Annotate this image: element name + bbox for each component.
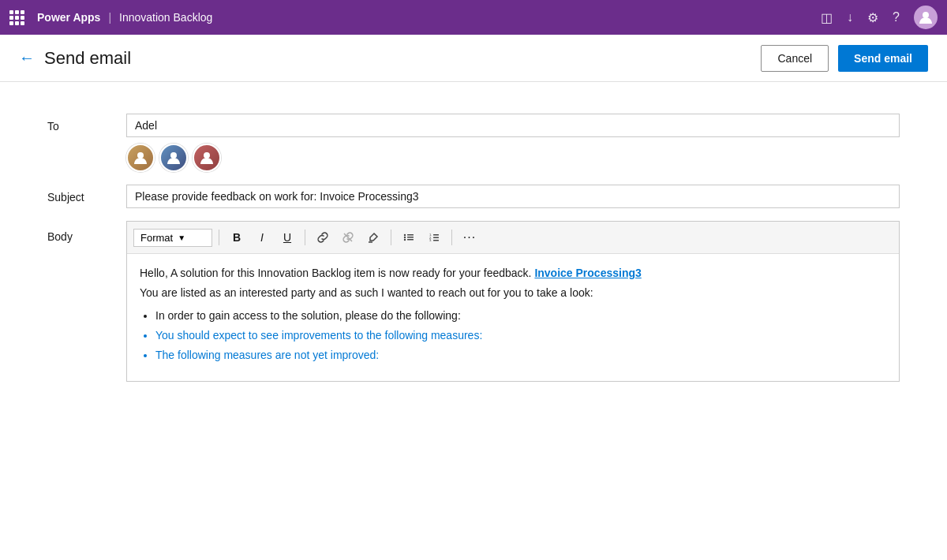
unlink-button[interactable] bbox=[337, 226, 359, 248]
avatar-3 bbox=[193, 144, 221, 172]
page-header: ← Send email Cancel Send email bbox=[0, 35, 947, 82]
link-icon bbox=[317, 232, 328, 243]
page-header-right: Cancel Send email bbox=[761, 45, 928, 72]
italic-button[interactable]: I bbox=[251, 226, 273, 248]
page-title: Send email bbox=[44, 48, 131, 69]
svg-rect-11 bbox=[407, 239, 414, 241]
svg-line-4 bbox=[344, 233, 352, 241]
topbar-left: Power Apps | Innovation Backlog bbox=[9, 10, 212, 25]
subject-input[interactable] bbox=[126, 185, 900, 208]
underline-button[interactable]: U bbox=[276, 226, 298, 248]
back-button[interactable]: ← bbox=[19, 49, 35, 67]
page-header-left: ← Send email bbox=[19, 48, 131, 69]
editor-toolbar: Format ▼ B I U bbox=[127, 222, 899, 254]
ordered-list-button[interactable]: 1. 2. 3. bbox=[423, 226, 445, 248]
subject-row: Subject bbox=[47, 185, 900, 208]
highlight-button[interactable] bbox=[362, 226, 384, 248]
subject-label: Subject bbox=[47, 185, 126, 203]
topbar-separator: | bbox=[108, 11, 111, 24]
dropdown-chevron-icon: ▼ bbox=[178, 233, 185, 242]
recipient-avatars bbox=[126, 144, 900, 172]
unordered-list-button[interactable] bbox=[398, 226, 420, 248]
main-content: To Subject Body bbox=[0, 82, 947, 560]
svg-point-1 bbox=[137, 152, 144, 159]
svg-point-8 bbox=[404, 237, 406, 238]
avatar-2 bbox=[159, 144, 188, 172]
more-options-button[interactable]: ··· bbox=[459, 226, 481, 248]
svg-rect-17 bbox=[433, 240, 439, 241]
body-link[interactable]: Invoice Processing3 bbox=[534, 267, 641, 279]
bullet-item-2: You should expect to see improvements to… bbox=[155, 327, 886, 344]
svg-rect-7 bbox=[407, 234, 414, 236]
format-dropdown[interactable]: Format ▼ bbox=[133, 229, 212, 247]
cancel-button[interactable]: Cancel bbox=[761, 45, 829, 72]
toolbar-separator-4 bbox=[451, 230, 452, 245]
toolbar-separator-1 bbox=[219, 230, 219, 245]
format-dropdown-label: Format bbox=[140, 232, 173, 244]
toolbar-separator-2 bbox=[305, 230, 305, 245]
help-icon[interactable]: ? bbox=[893, 10, 900, 24]
topbar-page-name: Innovation Backlog bbox=[119, 11, 212, 24]
svg-text:3.: 3. bbox=[429, 238, 432, 242]
svg-rect-13 bbox=[433, 234, 439, 236]
topbar: Power Apps | Innovation Backlog ◫ ↓ ⚙ ? bbox=[0, 0, 947, 35]
svg-rect-15 bbox=[433, 237, 439, 239]
bullet-item-1: In order to gain access to the solution,… bbox=[155, 308, 886, 324]
app-name: Power Apps bbox=[37, 11, 100, 24]
body-bullets: In order to gain access to the solution,… bbox=[155, 308, 886, 364]
apps-icon[interactable] bbox=[9, 10, 24, 25]
svg-point-0 bbox=[923, 12, 929, 18]
body-row: Body Format ▼ B I U bbox=[47, 221, 900, 382]
body-line1: Hello, A solution for this Innovation Ba… bbox=[140, 265, 886, 282]
settings-icon[interactable]: ⚙ bbox=[867, 10, 878, 25]
svg-rect-9 bbox=[407, 237, 414, 238]
screen-icon[interactable]: ◫ bbox=[821, 10, 833, 25]
svg-point-6 bbox=[404, 234, 406, 236]
numbered-list-icon: 1. 2. 3. bbox=[429, 232, 440, 243]
download-icon[interactable]: ↓ bbox=[847, 10, 853, 24]
avatar-1 bbox=[126, 144, 155, 172]
link-button[interactable] bbox=[312, 226, 334, 248]
topbar-right: ◫ ↓ ⚙ ? bbox=[821, 6, 938, 29]
to-row: To bbox=[47, 114, 900, 172]
to-label: To bbox=[47, 114, 126, 133]
to-input[interactable] bbox=[126, 114, 900, 137]
unlink-icon bbox=[342, 232, 354, 243]
send-email-button[interactable]: Send email bbox=[838, 45, 928, 72]
body-label: Body bbox=[47, 221, 126, 243]
highlight-icon bbox=[368, 232, 379, 243]
editor-content[interactable]: Hello, A solution for this Innovation Ba… bbox=[127, 254, 899, 381]
bullet-list-icon bbox=[403, 232, 414, 243]
body-line2: You are listed as an interested party an… bbox=[140, 285, 886, 301]
bold-button[interactable]: B bbox=[226, 226, 248, 248]
svg-point-10 bbox=[404, 239, 406, 241]
body-line1-pre: Hello, A solution for this Innovation Ba… bbox=[140, 267, 534, 279]
svg-point-3 bbox=[204, 152, 210, 159]
rich-editor: Format ▼ B I U bbox=[126, 221, 900, 382]
user-avatar[interactable] bbox=[914, 6, 938, 29]
toolbar-separator-3 bbox=[391, 230, 391, 245]
svg-point-2 bbox=[170, 152, 177, 159]
bullet-item-3: The following measures are not yet impro… bbox=[155, 347, 886, 364]
